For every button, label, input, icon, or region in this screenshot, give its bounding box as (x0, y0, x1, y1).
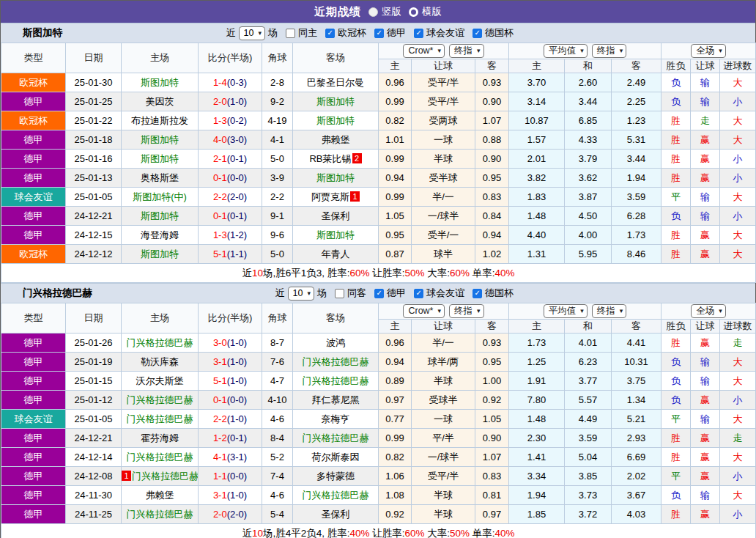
layout-option-vertical[interactable]: 竖版 (368, 5, 401, 18)
odds-source-select[interactable]: 全场▾ (691, 304, 726, 318)
chevron-down-icon: ▾ (719, 308, 722, 314)
fulltime-score: 1-3 (213, 115, 227, 126)
handicap-line: 半球 (412, 505, 475, 524)
league-cell: 德甲 (1, 448, 66, 467)
corner-cell: 9-2 (262, 92, 293, 111)
avg-draw-odds: 4.49 (565, 410, 612, 429)
league-cell: 德甲 (1, 169, 66, 188)
date-cell: 25-01-26 (66, 334, 122, 353)
radio-unselected-icon[interactable] (409, 7, 418, 17)
odds-source-select[interactable]: 平均值▾ (544, 304, 588, 318)
avg-away-odds: 2.25 (612, 92, 662, 111)
halftime-score: (0-1) (227, 153, 247, 164)
fulltime-score: 0-1 (213, 172, 227, 183)
handicap-away-odds: 0.95 (475, 169, 509, 188)
league-cell: 球会友谊 (1, 410, 66, 429)
result-goals: 小 (720, 92, 756, 111)
fulltime-score: 2-0 (213, 509, 227, 520)
result-handicap: 赢 (691, 130, 720, 150)
column-subheader: 胜负 (662, 320, 691, 334)
away-team-name: 巴黎圣日尔曼 (307, 77, 364, 88)
column-subheader: 让球 (691, 59, 720, 73)
date-cell: 25-01-15 (66, 372, 122, 391)
handicap-home-odds: 0.95 (379, 226, 412, 245)
corner-cell: 8-7 (262, 334, 293, 353)
handicap-home-odds: 1.01 (379, 130, 412, 150)
league-cell: 德甲 (1, 207, 66, 226)
odds-source-select[interactable]: 终指▾ (592, 44, 627, 58)
home-team-name: 斯图加特 (141, 134, 179, 145)
league-filter-3-checkbox[interactable] (472, 29, 482, 38)
league-filter-2-checkbox[interactable] (414, 29, 423, 38)
home-team-name: 门兴格拉德巴赫 (132, 471, 199, 482)
radio-selected-icon[interactable] (368, 7, 378, 17)
score-cell: 2-0(1-0) (199, 92, 262, 111)
handicap-away-odds: 0.83 (475, 467, 509, 486)
home-team-cell: 奥格斯堡 (122, 169, 199, 188)
odds-source-select[interactable]: 终指▾ (449, 304, 484, 318)
result-handicap: 输 (691, 92, 720, 111)
score-cell: 1-2(0-1) (199, 429, 262, 448)
odds-source-select[interactable]: 终指▾ (449, 44, 484, 58)
chevron-down-icon: ▾ (620, 48, 623, 54)
halftime-score: (0-2) (227, 115, 247, 126)
odds-source-select[interactable]: Crow*▾ (403, 44, 445, 58)
header-dropdown-row: 类型日期主场比分(半场)角球客场Crow*▾终指▾平均值▾终指▾全场▾ (1, 303, 756, 320)
avg-draw-odds: 5.57 (565, 391, 612, 410)
fulltime-score: 3-0 (213, 337, 227, 348)
league-filter-2-checkbox[interactable] (472, 289, 482, 298)
away-team-name: 弗赖堡 (322, 134, 350, 145)
away-team-cell: 巴黎圣日尔曼 (293, 73, 379, 92)
home-team-name: 海登海姆 (141, 229, 179, 240)
odds-source-select[interactable]: Crow*▾ (403, 304, 445, 318)
result-handicap: 输 (691, 410, 720, 429)
red-card-badge: 1 (122, 471, 131, 481)
date-cell: 25-01-05 (66, 410, 122, 429)
page-title: 近期战绩 (314, 5, 361, 19)
halftime-score: (0-3) (227, 77, 247, 88)
table-header: 类型日期主场比分(半场)角球客场Crow*▾终指▾平均值▾终指▾全场▾主让球客主… (1, 43, 756, 73)
column-subheader: 进球数 (720, 59, 756, 73)
handicap-line: 半/一 (412, 334, 475, 353)
league-filter-0-label: 欧冠杯 (338, 26, 366, 40)
layout-option-horizontal[interactable]: 横版 (409, 5, 442, 18)
score-cell: 2-1(0-1) (199, 150, 262, 169)
home-team-cell: 美因茨 (122, 92, 199, 111)
odds-source-select[interactable]: 全场▾ (691, 44, 726, 58)
avg-draw-odds: 3.62 (565, 169, 612, 188)
result-wdl: 胜 (662, 169, 691, 188)
league-filter-1-checkbox[interactable] (414, 289, 423, 298)
corner-cell: 9-1 (262, 207, 293, 226)
avg-draw-odds: 6.23 (565, 353, 612, 372)
home-team-name: 门兴格拉德巴赫 (127, 394, 193, 405)
same-venue-label: 同客 (347, 287, 366, 300)
avg-away-odds: 1.34 (612, 391, 662, 410)
home-team-cell: 布拉迪斯拉发 (122, 111, 199, 130)
league-cell: 德甲 (1, 429, 66, 448)
avg-draw-odds: 3.79 (565, 150, 612, 169)
games-count-select[interactable]: 10▾ (239, 26, 265, 40)
handicap-away-odds: 0.81 (475, 486, 509, 505)
league-cell: 德甲 (1, 150, 66, 169)
games-count-select[interactable]: 10▾ (288, 287, 314, 301)
match-row: 德甲24-11-30弗赖堡3-1(1-0)4-6门兴格拉德巴赫1.08半球0.8… (1, 486, 756, 505)
column-subheader: 进球数 (720, 320, 756, 334)
league-filter-0-checkbox[interactable] (325, 29, 335, 38)
handicap-line: 受平/半 (412, 73, 475, 92)
halftime-score: (0-1) (227, 210, 247, 221)
away-team-name: RB莱比锡 (309, 153, 351, 164)
same-venue-checkbox[interactable] (335, 289, 344, 298)
odds-source-select-value: 终指 (597, 45, 615, 57)
league-filter-1-label: 德甲 (387, 26, 406, 40)
odds-source-select[interactable]: 终指▾ (592, 304, 627, 318)
avg-home-odds: 4.40 (509, 226, 565, 245)
league-filter-1-checkbox[interactable] (374, 29, 384, 38)
avg-away-odds: 3.44 (612, 150, 662, 169)
odds-source-select[interactable]: 平均值▾ (544, 44, 588, 58)
games-count-select-value: 10 (293, 288, 303, 298)
halftime-score: (1-0) (227, 413, 247, 424)
away-team-cell: 门兴格拉德巴赫 (293, 486, 379, 505)
same-venue-checkbox[interactable] (286, 29, 295, 38)
halftime-score: (1-0) (227, 490, 247, 501)
league-filter-0-checkbox[interactable] (374, 289, 384, 298)
